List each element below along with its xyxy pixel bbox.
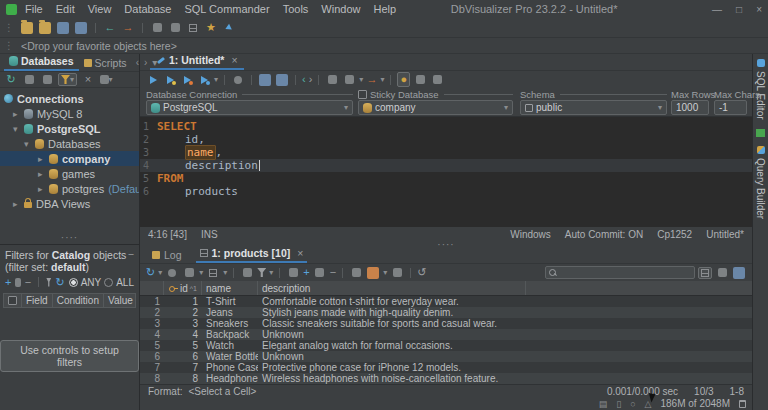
chevron-down-icon[interactable]: ▾ (24, 139, 31, 149)
row-number-header[interactable] (140, 281, 164, 295)
cell-description[interactable]: Unknown (258, 329, 526, 340)
maximize-button[interactable]: □ (736, 4, 742, 15)
text-mode-button[interactable] (715, 266, 729, 279)
save-sql-button[interactable] (258, 73, 272, 86)
tree-item-dba-views[interactable]: ▸ DBA Views (0, 196, 139, 211)
cell-id[interactable]: 2 (164, 307, 202, 318)
snippet-button[interactable] (430, 73, 444, 86)
table-row[interactable]: 11T-ShirtComfortable cotton t-shirt for … (140, 296, 752, 307)
form-mode-button[interactable] (732, 266, 746, 279)
memory-indicator[interactable]: 186M of 2048M (661, 398, 731, 409)
cell-id[interactable]: 4 (164, 329, 202, 340)
prev-tab-button[interactable]: ‹ (136, 57, 139, 68)
tree-item-postgres[interactable]: ▸ postgres (Default) (0, 181, 139, 196)
cell-description[interactable]: Wireless headphones with noise-cancellat… (258, 373, 526, 384)
menu-sql-commander[interactable]: SQL Commander (184, 3, 269, 15)
cell-description[interactable]: Protective phone case for iPhone 12 mode… (258, 362, 526, 373)
cell-name[interactable]: Jeans (202, 307, 258, 318)
sql-editor[interactable]: 1 SELECT 2 id, 3 name, 4 description 5 (140, 117, 752, 227)
chevron-down-icon[interactable]: ▾ (13, 124, 20, 134)
add-filter-button[interactable]: + (5, 277, 11, 288)
cell-id[interactable]: 3 (164, 318, 202, 329)
open-file-button[interactable] (20, 21, 34, 34)
refresh-filter-button[interactable]: ↻ (55, 277, 64, 288)
cell-id[interactable]: 6 (164, 351, 202, 362)
chevron-right-icon[interactable]: ▸ (38, 184, 45, 194)
filter-rows-button[interactable] (257, 268, 266, 277)
apply-filter-icon[interactable] (46, 278, 51, 287)
radio-any[interactable] (69, 278, 78, 287)
table-row[interactable]: 77Phone CaseProtective phone case for iP… (140, 362, 752, 373)
column-field[interactable]: Field (22, 294, 53, 307)
save-button[interactable] (56, 21, 70, 34)
tree-item-company[interactable]: ▸ company (0, 151, 139, 166)
export-button[interactable] (182, 266, 196, 279)
chevron-right-icon[interactable]: ▸ (13, 109, 20, 119)
tools-button[interactable] (168, 21, 182, 34)
editor-settings-button[interactable] (342, 73, 356, 86)
stop-button[interactable] (231, 73, 245, 86)
setup-filters-button[interactable]: Use controls to setup filters (0, 340, 139, 372)
tab-log[interactable]: Log (148, 249, 186, 263)
execute-explain-button[interactable] (197, 73, 211, 86)
edit-cell-button[interactable] (286, 266, 300, 279)
garbage-collect-icon[interactable] (739, 400, 746, 408)
cell-description[interactable]: Stylish jeans made with high-quality den… (258, 307, 526, 318)
table-data-button[interactable] (186, 21, 200, 34)
open-recent-button[interactable] (38, 21, 52, 34)
menu-view[interactable]: View (88, 3, 112, 15)
minimize-button[interactable]: — (712, 4, 722, 15)
table-row[interactable]: 66Water BottleUnknown (140, 351, 752, 362)
table-row[interactable]: 22JeansStylish jeans made with high-qual… (140, 307, 752, 318)
cell-description[interactable]: Unknown (258, 351, 526, 362)
save-sql-as-button[interactable] (275, 73, 289, 86)
column-condition[interactable]: Condition (53, 294, 104, 307)
column-header-id[interactable]: id ^1 (164, 281, 202, 295)
column-header-name[interactable]: name (202, 281, 258, 295)
reload-button[interactable]: ↻ (146, 267, 155, 278)
close-result-button[interactable]: × (297, 247, 303, 259)
tree-item-mysql-8[interactable]: ▸ MySQL 8 (0, 106, 139, 121)
export-dropdown[interactable]: ▾ (199, 268, 203, 277)
sql-history-button[interactable] (325, 73, 339, 86)
execute-button[interactable] (146, 73, 160, 86)
grid-mode-button[interactable] (698, 267, 712, 279)
filter-tree-button[interactable]: ▾ (58, 73, 77, 86)
connect-button[interactable]: ← (103, 21, 117, 34)
collapse-all-button[interactable]: × (81, 73, 95, 86)
chevron-right-icon[interactable]: ▸ (13, 199, 20, 209)
database-select[interactable]: company ▾ (358, 100, 513, 115)
undo-edit-button[interactable]: ↺ (417, 267, 426, 278)
comment-button[interactable] (413, 73, 427, 86)
view-mode-button[interactable] (206, 266, 220, 279)
cell-name[interactable]: T-Shirt (202, 296, 258, 307)
refresh-tree-button[interactable]: ↻ (4, 73, 18, 86)
cell-description[interactable]: Comfortable cotton t-shirt for everyday … (258, 296, 526, 307)
execute-buffer-button[interactable] (180, 73, 194, 86)
chevron-right-icon[interactable]: ▸ (38, 154, 45, 164)
delete-rows-button[interactable] (240, 266, 254, 279)
max-rows-input[interactable]: 1000 (671, 100, 709, 115)
max-chars-input[interactable]: -1 (714, 100, 747, 115)
settings-dropdown[interactable]: ▾ (359, 75, 363, 84)
cell-description[interactable]: Elegant analog watch for formal occasion… (258, 340, 526, 351)
table-row[interactable]: 55WatchElegant analog watch for formal o… (140, 340, 752, 351)
cell-name[interactable]: Watch (202, 340, 258, 351)
encoding[interactable]: Cp1252 (657, 229, 692, 240)
connection-select[interactable]: PostgreSQL ▾ (146, 100, 353, 115)
copy-filter-button[interactable] (15, 278, 20, 287)
insert-row-button[interactable]: + (303, 267, 309, 278)
autocommit-status[interactable]: Auto Commit: ON (565, 229, 643, 240)
menu-database[interactable]: Database (124, 3, 171, 15)
goto-button[interactable]: → (366, 74, 377, 85)
cell-id[interactable]: 5 (164, 340, 202, 351)
column-value[interactable]: Value (104, 294, 137, 307)
connect-db-button[interactable] (22, 73, 36, 86)
schema-select[interactable]: public ▾ (520, 100, 667, 115)
duplicate-row-button[interactable] (313, 266, 327, 279)
filter-checkbox-column[interactable] (4, 294, 22, 307)
tree-item-databases[interactable]: ▾ Databases (0, 136, 139, 151)
tree-item-games[interactable]: ▸ games (0, 166, 139, 181)
cell-name[interactable]: Sneakers (202, 318, 258, 329)
disconnect-button[interactable]: → (121, 21, 135, 34)
